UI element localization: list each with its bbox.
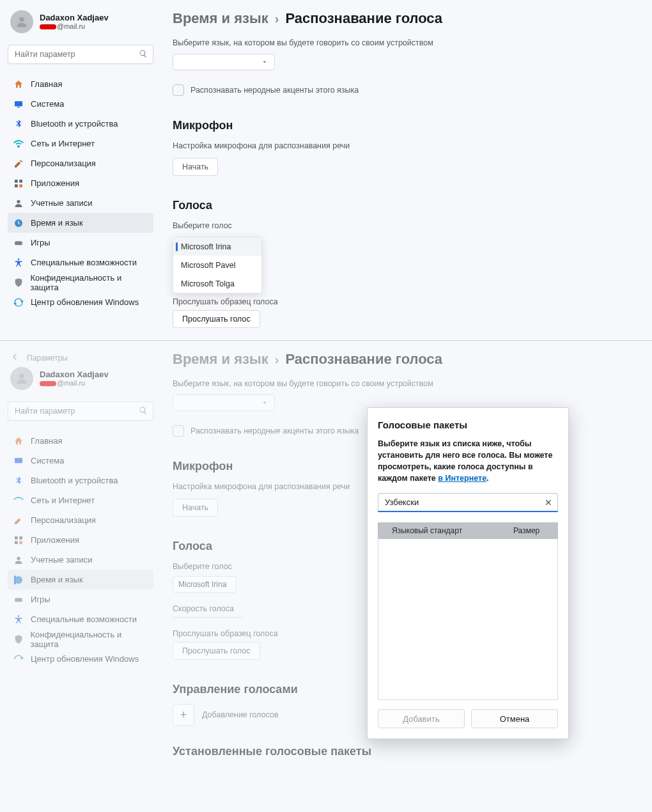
user-email: @mail.ru: [40, 379, 109, 387]
column-size: Размер: [513, 526, 558, 535]
svg-point-18: [15, 576, 22, 584]
svg-point-7: [17, 199, 20, 203]
accents-checkbox[interactable]: [173, 84, 184, 96]
language-search-input[interactable]: ✕: [378, 493, 558, 512]
results-table-header: Языковый стандарт Размер: [378, 522, 558, 539]
svg-point-11: [19, 374, 24, 379]
svg-rect-3: [15, 180, 18, 183]
chevron-right-icon: ›: [275, 352, 279, 367]
sidebar-item-accessibility[interactable]: Специальные возможности: [8, 609, 153, 629]
svg-point-20: [18, 615, 20, 617]
svg-rect-15: [15, 541, 18, 544]
installed-packages-heading: Установленные голосовые пакеты: [173, 745, 626, 758]
sidebar-item-system[interactable]: Система: [8, 451, 153, 471]
user-account[interactable]: Dadaxon Xadjaev @mail.ru: [8, 364, 153, 399]
svg-rect-13: [15, 536, 18, 540]
avatar: [10, 10, 33, 33]
search-input[interactable]: [8, 45, 153, 64]
svg-point-0: [19, 17, 24, 22]
sidebar-item-bluetooth[interactable]: Bluetooth и устройства: [8, 471, 153, 490]
breadcrumb: Время и язык › Распознавание голоса: [173, 348, 626, 378]
language-dropdown[interactable]: [173, 54, 275, 70]
sidebar-item-personalization[interactable]: Персонализация: [8, 510, 153, 530]
svg-rect-14: [19, 536, 22, 540]
sidebar-item-system[interactable]: Система: [8, 94, 153, 114]
sidebar-item-apps[interactable]: Приложения: [8, 173, 153, 193]
sidebar-item-bluetooth[interactable]: Bluetooth и устройства: [8, 114, 153, 134]
svg-point-10: [18, 258, 20, 260]
sidebar-item-privacy[interactable]: Конфиденциальность и защита: [8, 629, 153, 649]
sidebar-item-gaming[interactable]: Игры: [8, 589, 153, 609]
user-name: Dadaxon Xadjaev: [40, 370, 109, 379]
language-dropdown[interactable]: [173, 394, 275, 411]
microphone-start-button[interactable]: Начать: [173, 158, 218, 176]
sidebar-item-accessibility[interactable]: Специальные возможности: [8, 253, 153, 272]
search-icon: [139, 406, 148, 417]
sidebar-item-accounts[interactable]: Учетные записи: [8, 550, 153, 570]
back-icon[interactable]: [10, 352, 19, 363]
add-voices-button[interactable]: +: [173, 704, 194, 726]
accents-checkbox[interactable]: [173, 425, 184, 437]
dialog-cancel-button[interactable]: Отмена: [471, 709, 558, 728]
home-icon: [13, 79, 24, 90]
apps-icon: [13, 178, 24, 189]
sidebar-item-update[interactable]: Центр обновления Windows: [8, 292, 153, 312]
time-icon: [13, 574, 24, 586]
sidebar-item-network[interactable]: Сеть и Интернет: [8, 490, 153, 510]
sidebar-item-network[interactable]: Сеть и Интернет: [8, 134, 153, 153]
user-account[interactable]: Dadaxon Xadjaev @mail.ru: [8, 8, 153, 42]
accents-label: Распознавать неродные акценты этого язык…: [190, 426, 359, 435]
sidebar-item-gaming[interactable]: Игры: [8, 233, 153, 253]
microphone-heading: Микрофон: [173, 119, 626, 132]
sidebar-item-time-language[interactable]: Время и язык: [8, 570, 153, 589]
apps-icon: [13, 535, 24, 546]
page-title: Распознавание голоса: [285, 10, 442, 27]
time-icon: [13, 217, 24, 229]
accounts-icon: [13, 554, 24, 566]
svg-rect-16: [19, 541, 22, 544]
microphone-start-button[interactable]: Начать: [173, 499, 218, 517]
dialog-add-button[interactable]: Добавить: [378, 709, 465, 728]
clear-input-icon[interactable]: ✕: [545, 497, 552, 508]
voices-heading: Голоса: [173, 199, 626, 212]
sidebar-item-home[interactable]: Главная: [8, 431, 153, 451]
internet-link[interactable]: в Интернете: [438, 474, 486, 483]
svg-point-17: [17, 556, 20, 559]
sidebar-item-apps[interactable]: Приложения: [8, 530, 153, 550]
network-icon: [13, 495, 24, 506]
svg-rect-1: [15, 101, 22, 106]
update-icon: [13, 653, 24, 665]
back-row[interactable]: Параметры: [8, 348, 153, 364]
add-voices-label: Добавление голосов: [202, 709, 279, 721]
voice-option[interactable]: Microsoft Pavel: [173, 256, 261, 274]
sidebar-item-privacy[interactable]: Конфиденциальность и защита: [8, 272, 153, 292]
microphone-description: Настройка микрофона для распознавания ре…: [173, 140, 626, 152]
column-locale: Языковый стандарт: [378, 526, 513, 535]
sidebar-item-accounts[interactable]: Учетные записи: [8, 193, 153, 213]
svg-rect-6: [19, 184, 22, 187]
accessibility-icon: [13, 614, 24, 625]
svg-rect-4: [19, 180, 22, 183]
preview-voice-button[interactable]: Прослушать голос: [173, 642, 260, 660]
system-icon: [13, 455, 24, 467]
breadcrumb-parent[interactable]: Время и язык: [173, 10, 268, 27]
preview-voice-button[interactable]: Прослушать голос: [173, 310, 260, 328]
voice-dropdown[interactable]: Microsoft Irina: [173, 576, 237, 593]
sidebar-item-update[interactable]: Центр обновления Windows: [8, 649, 153, 669]
voice-option[interactable]: Microsoft Irina: [173, 237, 261, 256]
breadcrumb: Время и язык › Распознавание голоса: [173, 8, 626, 37]
user-email: @mail.ru: [40, 22, 109, 30]
search-input[interactable]: [8, 402, 153, 421]
sidebar-item-home[interactable]: Главная: [8, 74, 153, 94]
svg-rect-5: [15, 184, 18, 187]
bluetooth-icon: [13, 118, 24, 130]
sidebar-item-personalization[interactable]: Персонализация: [8, 153, 153, 173]
voice-dropdown-open[interactable]: Microsoft Irina Microsoft Pavel Microsof…: [173, 237, 262, 293]
results-table-body: [378, 539, 558, 700]
sidebar-item-time-language[interactable]: Время и язык: [8, 213, 153, 233]
accessibility-icon: [13, 257, 24, 269]
breadcrumb-parent[interactable]: Время и язык: [173, 351, 268, 368]
personalize-icon: [13, 158, 24, 169]
voice-option[interactable]: Microsoft Tolga: [173, 274, 261, 293]
dialog-description: Выберите язык из списка ниже, чтобы уста…: [378, 438, 558, 484]
